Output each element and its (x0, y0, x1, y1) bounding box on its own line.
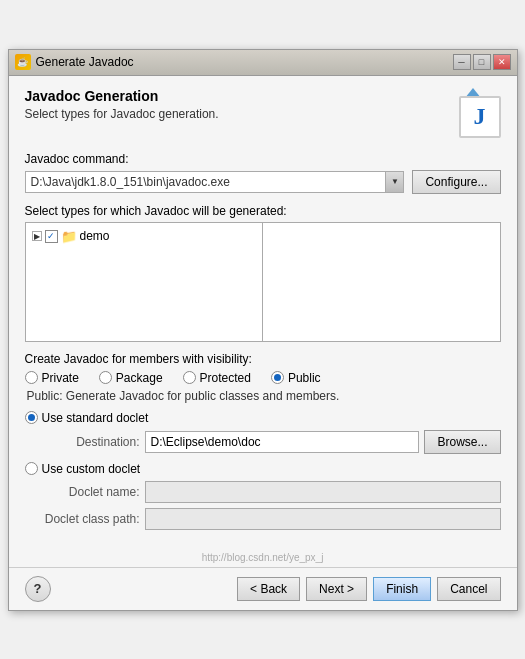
title-bar: ☕ Generate Javadoc ─ □ ✕ (9, 50, 517, 76)
tree-left-pane[interactable]: ▶ ✓ 📁 demo (26, 223, 263, 341)
doclet-name-label: Doclet name: (45, 485, 140, 499)
dialog-content: Javadoc Generation Select types for Java… (9, 76, 517, 550)
main-window: ☕ Generate Javadoc ─ □ ✕ Javadoc Generat… (8, 49, 518, 611)
next-button[interactable]: Next > (306, 577, 367, 601)
doclet-name-row: Doclet name: (45, 481, 501, 503)
radio-protected-circle[interactable] (183, 371, 196, 384)
header-text: Javadoc Generation Select types for Java… (25, 88, 219, 121)
custom-doclet-label: Use custom doclet (42, 462, 141, 476)
tree-checkbox[interactable]: ✓ (45, 230, 58, 243)
doclet-class-input[interactable] (145, 508, 501, 530)
standard-doclet-option[interactable]: Use standard doclet (25, 411, 501, 425)
logo-letter: J (459, 96, 501, 138)
header-section: Javadoc Generation Select types for Java… (25, 88, 501, 138)
browse-button[interactable]: Browse... (424, 430, 500, 454)
types-tree-panel: ▶ ✓ 📁 demo (25, 222, 501, 342)
javadoc-command-value: D:\Java\jdk1.8.0_151\bin\javadoc.exe (26, 173, 386, 191)
folder-icon: 📁 (61, 229, 77, 244)
custom-doclet-option[interactable]: Use custom doclet (25, 462, 501, 476)
javadoc-command-row: D:\Java\jdk1.8.0_151\bin\javadoc.exe ▼ C… (25, 170, 501, 194)
custom-doclet-section: Use custom doclet Doclet name: Doclet cl… (25, 462, 501, 530)
tree-item-label: demo (80, 229, 110, 243)
radio-private-label: Private (42, 371, 79, 385)
radio-private[interactable]: Private (25, 371, 79, 385)
destination-row: Destination: Browse... (45, 430, 501, 454)
visibility-radio-row: Private Package Protected Public (25, 371, 501, 385)
minimize-button[interactable]: ─ (453, 54, 471, 70)
visibility-label: Create Javadoc for members with visibili… (25, 352, 501, 366)
destination-label: Destination: (45, 435, 140, 449)
standard-doclet-section: Use standard doclet Destination: Browse.… (25, 411, 501, 454)
dropdown-arrow-icon[interactable]: ▼ (385, 172, 403, 192)
radio-package-label: Package (116, 371, 163, 385)
destination-input[interactable] (145, 431, 420, 453)
window-title: Generate Javadoc (36, 55, 134, 69)
maximize-button[interactable]: □ (473, 54, 491, 70)
visibility-description: Public: Generate Javadoc for public clas… (27, 389, 501, 403)
close-button[interactable]: ✕ (493, 54, 511, 70)
custom-doclet-fields: Doclet name: Doclet class path: (45, 481, 501, 530)
footer-right: < Back Next > Finish Cancel (237, 577, 500, 601)
dialog-subtitle: Select types for Javadoc generation. (25, 107, 219, 121)
title-bar-buttons: ─ □ ✕ (453, 54, 511, 70)
dialog-title: Javadoc Generation (25, 88, 219, 104)
watermark: http://blog.csdn.net/ye_px_j (9, 550, 517, 567)
doclet-class-label: Doclet class path: (45, 512, 140, 526)
radio-private-circle[interactable] (25, 371, 38, 384)
tree-right-pane (263, 223, 500, 341)
back-button[interactable]: < Back (237, 577, 300, 601)
custom-doclet-radio[interactable] (25, 462, 38, 475)
configure-button[interactable]: Configure... (412, 170, 500, 194)
visibility-section: Create Javadoc for members with visibili… (25, 352, 501, 403)
footer: ? < Back Next > Finish Cancel (9, 567, 517, 610)
doclet-name-input[interactable] (145, 481, 501, 503)
title-bar-left: ☕ Generate Javadoc (15, 54, 134, 70)
javadoc-command-dropdown[interactable]: D:\Java\jdk1.8.0_151\bin\javadoc.exe ▼ (25, 171, 405, 193)
window-icon: ☕ (15, 54, 31, 70)
tree-item-demo[interactable]: ▶ ✓ 📁 demo (30, 227, 258, 246)
radio-public-circle[interactable] (271, 371, 284, 384)
javadoc-command-label: Javadoc command: (25, 152, 501, 166)
javadoc-logo: J (451, 88, 501, 138)
radio-package-circle[interactable] (99, 371, 112, 384)
finish-button[interactable]: Finish (373, 577, 431, 601)
doclet-class-row: Doclet class path: (45, 508, 501, 530)
radio-protected-label: Protected (200, 371, 251, 385)
footer-left: ? (25, 576, 51, 602)
help-button[interactable]: ? (25, 576, 51, 602)
standard-doclet-fields: Destination: Browse... (45, 430, 501, 454)
radio-public-label: Public (288, 371, 321, 385)
standard-doclet-radio[interactable] (25, 411, 38, 424)
standard-doclet-label: Use standard doclet (42, 411, 149, 425)
radio-protected[interactable]: Protected (183, 371, 251, 385)
types-section-label: Select types for which Javadoc will be g… (25, 204, 501, 218)
tree-expand-icon[interactable]: ▶ (32, 231, 42, 241)
radio-public[interactable]: Public (271, 371, 321, 385)
radio-package[interactable]: Package (99, 371, 163, 385)
cancel-button[interactable]: Cancel (437, 577, 500, 601)
